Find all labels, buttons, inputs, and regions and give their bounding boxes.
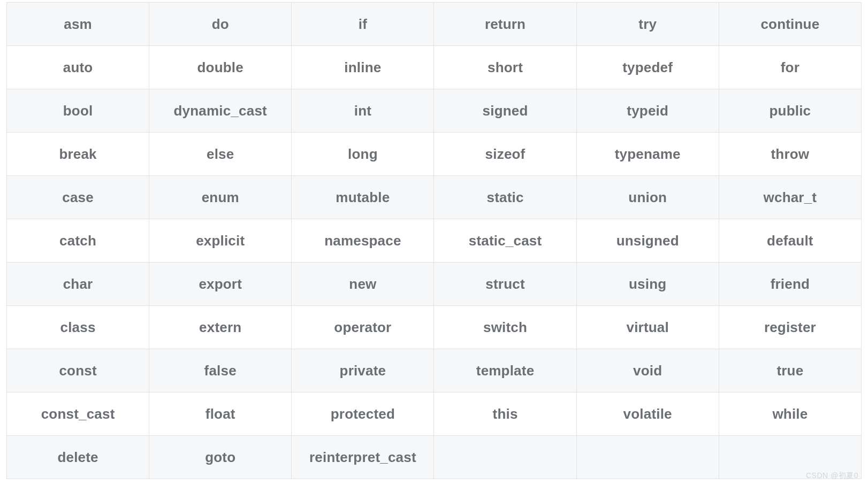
keyword-cell: union — [576, 176, 719, 219]
table-row: delete goto reinterpret_cast — [7, 436, 862, 479]
keyword-cell: operator — [292, 306, 434, 349]
keywords-table-container: asm do if return try continue auto doubl… — [0, 0, 868, 479]
keyword-cell: case — [7, 176, 149, 219]
table-row: break else long sizeof typename throw — [7, 133, 862, 176]
keyword-cell: long — [292, 133, 434, 176]
keyword-cell: try — [576, 3, 719, 46]
table-row: const false private template void true — [7, 349, 862, 392]
keyword-cell: class — [7, 306, 149, 349]
keyword-cell: return — [434, 3, 576, 46]
keyword-cell: new — [292, 263, 434, 306]
keyword-cell: while — [719, 392, 861, 436]
table-row: bool dynamic_cast int signed typeid publ… — [7, 89, 862, 133]
keyword-cell: unsigned — [576, 219, 719, 263]
table-row: char export new struct using friend — [7, 263, 862, 306]
keyword-cell: false — [149, 349, 292, 392]
keyword-cell: else — [149, 133, 292, 176]
keyword-cell: using — [576, 263, 719, 306]
keyword-cell: true — [719, 349, 861, 392]
keywords-table: asm do if return try continue auto doubl… — [6, 2, 862, 479]
keyword-cell: typedef — [576, 46, 719, 89]
keyword-cell: template — [434, 349, 576, 392]
keyword-cell: enum — [149, 176, 292, 219]
keyword-cell: extern — [149, 306, 292, 349]
table-row: catch explicit namespace static_cast uns… — [7, 219, 862, 263]
keyword-cell: dynamic_cast — [149, 89, 292, 133]
keyword-cell: switch — [434, 306, 576, 349]
keyword-cell: float — [149, 392, 292, 436]
keyword-cell: char — [7, 263, 149, 306]
keyword-cell: inline — [292, 46, 434, 89]
keyword-cell: default — [719, 219, 861, 263]
keyword-cell: auto — [7, 46, 149, 89]
keyword-cell: void — [576, 349, 719, 392]
keyword-cell: public — [719, 89, 861, 133]
table-row: const_cast float protected this volatile… — [7, 392, 862, 436]
keyword-cell: struct — [434, 263, 576, 306]
keyword-cell: reinterpret_cast — [292, 436, 434, 479]
keyword-cell: if — [292, 3, 434, 46]
keyword-cell — [434, 436, 576, 479]
keyword-cell: virtual — [576, 306, 719, 349]
keyword-cell: const_cast — [7, 392, 149, 436]
keyword-cell: this — [434, 392, 576, 436]
keyword-cell: for — [719, 46, 861, 89]
keyword-cell: wchar_t — [719, 176, 861, 219]
keyword-cell: explicit — [149, 219, 292, 263]
keyword-cell: mutable — [292, 176, 434, 219]
table-row: auto double inline short typedef for — [7, 46, 862, 89]
keyword-cell: typeid — [576, 89, 719, 133]
keyword-cell: bool — [7, 89, 149, 133]
keyword-cell: static_cast — [434, 219, 576, 263]
table-row: asm do if return try continue — [7, 3, 862, 46]
keyword-cell: export — [149, 263, 292, 306]
keyword-cell: continue — [719, 3, 861, 46]
keyword-cell: int — [292, 89, 434, 133]
keyword-cell: throw — [719, 133, 861, 176]
table-row: class extern operator switch virtual reg… — [7, 306, 862, 349]
keyword-cell: break — [7, 133, 149, 176]
keyword-cell: delete — [7, 436, 149, 479]
keyword-cell: private — [292, 349, 434, 392]
keyword-cell: register — [719, 306, 861, 349]
keyword-cell: short — [434, 46, 576, 89]
table-row: case enum mutable static union wchar_t — [7, 176, 862, 219]
keyword-cell — [576, 436, 719, 479]
keyword-cell: goto — [149, 436, 292, 479]
keyword-cell: volatile — [576, 392, 719, 436]
keyword-cell: catch — [7, 219, 149, 263]
keyword-cell: typename — [576, 133, 719, 176]
keyword-cell: do — [149, 3, 292, 46]
keyword-cell: protected — [292, 392, 434, 436]
keyword-cell: double — [149, 46, 292, 89]
keyword-cell: asm — [7, 3, 149, 46]
keyword-cell: namespace — [292, 219, 434, 263]
keyword-cell: static — [434, 176, 576, 219]
keyword-cell: sizeof — [434, 133, 576, 176]
keyword-cell — [719, 436, 861, 479]
keyword-cell: const — [7, 349, 149, 392]
keyword-cell: friend — [719, 263, 861, 306]
keyword-cell: signed — [434, 89, 576, 133]
